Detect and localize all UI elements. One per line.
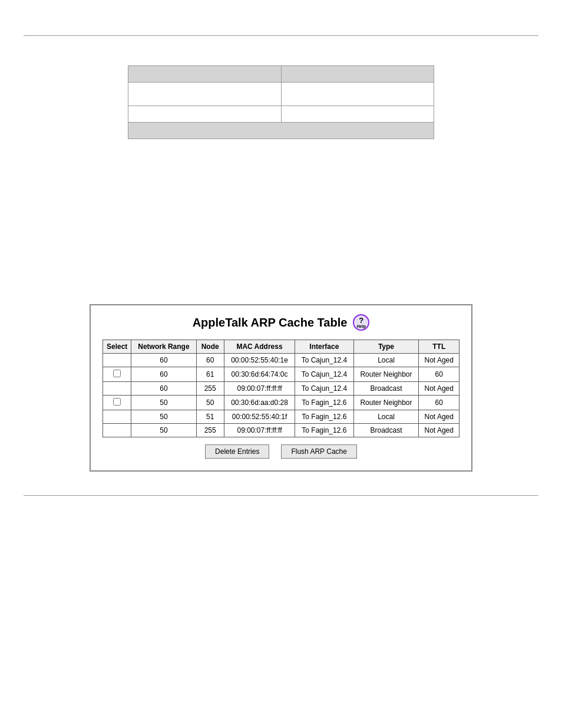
table-row: 606100:30:6d:64:74:0cTo Cajun_12.4Router… [103, 367, 459, 382]
page-wrapper: AppleTalk ARP Cache Table ? Help Select … [0, 35, 562, 728]
network-range-cell-4: 50 [131, 410, 196, 424]
arp-container: AppleTalk ARP Cache Table ? Help Select … [90, 304, 472, 472]
small-table-row1-col2 [281, 83, 434, 106]
mac-address-cell-4: 00:00:52:55:40:1f [224, 410, 295, 424]
type-cell-5: Broadcast [353, 424, 419, 437]
mac-address-cell-1: 00:30:6d:64:74:0c [224, 367, 295, 382]
mac-address-cell-3: 00:30:6d:aa:d0:28 [224, 396, 295, 410]
table-row: 606000:00:52:55:40:1eTo Cajun_12.4LocalN… [103, 354, 459, 367]
ttl-cell-4: Not Aged [419, 410, 459, 424]
table-row: 5025509:00:07:ff:ff:ffTo Fagin_12.6Broad… [103, 424, 459, 437]
network-range-cell-5: 50 [131, 424, 196, 437]
small-table-row2-col1 [128, 106, 282, 123]
table-row: 505000:30:6d:aa:d0:28To Fagin_12.6Router… [103, 396, 459, 410]
top-divider [24, 35, 538, 36]
select-cell-2 [103, 382, 131, 396]
col-header-type: Type [353, 340, 419, 354]
type-cell-2: Broadcast [353, 382, 419, 396]
ttl-cell-0: Not Aged [419, 354, 459, 367]
col-header-ttl: TTL [419, 340, 459, 354]
col-header-mac: MAC Address [224, 340, 295, 354]
select-cell-4 [103, 410, 131, 424]
type-cell-4: Local [353, 410, 419, 424]
type-cell-3: Router Neighbor [353, 396, 419, 410]
interface-cell-2: To Cajun_12.4 [295, 382, 353, 396]
type-cell-1: Router Neighbor [353, 367, 419, 382]
node-cell-0: 60 [196, 354, 224, 367]
ttl-cell-1: 60 [419, 367, 459, 382]
help-question-mark: ? [359, 317, 363, 324]
table-row: 505100:00:52:55:40:1fTo Fagin_12.6LocalN… [103, 410, 459, 424]
row-checkbox-1[interactable] [113, 370, 121, 377]
upper-section [0, 65, 562, 139]
delete-entries-button[interactable]: Delete Entries [205, 444, 269, 459]
arp-table-title: AppleTalk ARP Cache Table [193, 316, 348, 330]
small-table-row2-col2 [281, 106, 434, 123]
select-cell-0 [103, 354, 131, 367]
select-cell-5 [103, 424, 131, 437]
table-row: 6025509:00:07:ff:ff:ffTo Cajun_12.4Broad… [103, 382, 459, 396]
small-table-footer [128, 123, 434, 139]
interface-cell-5: To Fagin_12.6 [295, 424, 353, 437]
bottom-divider [24, 495, 538, 496]
interface-cell-1: To Cajun_12.4 [295, 367, 353, 382]
mac-address-cell-2: 09:00:07:ff:ff:ff [224, 382, 295, 396]
node-cell-4: 51 [196, 410, 224, 424]
network-range-cell-0: 60 [131, 354, 196, 367]
network-range-cell-1: 60 [131, 367, 196, 382]
mac-address-cell-5: 09:00:07:ff:ff:ff [224, 424, 295, 437]
col-header-interface: Interface [295, 340, 353, 354]
small-table-row1-col1 [128, 83, 282, 106]
interface-cell-0: To Cajun_12.4 [295, 354, 353, 367]
mac-address-cell-0: 00:00:52:55:40:1e [224, 354, 295, 367]
interface-cell-4: To Fagin_12.6 [295, 410, 353, 424]
small-table-header-col1 [128, 66, 282, 83]
node-cell-2: 255 [196, 382, 224, 396]
type-cell-0: Local [353, 354, 419, 367]
flush-arp-cache-button[interactable]: Flush ARP Cache [281, 444, 357, 459]
help-label: Help [357, 324, 366, 328]
row-checkbox-3[interactable] [113, 398, 121, 406]
network-range-cell-3: 50 [131, 396, 196, 410]
network-range-cell-2: 60 [131, 382, 196, 396]
small-table-header-col2 [281, 66, 434, 83]
ttl-cell-3: 60 [419, 396, 459, 410]
button-row: Delete Entries Flush ARP Cache [103, 444, 459, 459]
arp-table: Select Network Range Node MAC Address In… [103, 340, 459, 437]
node-cell-3: 50 [196, 396, 224, 410]
node-cell-1: 61 [196, 367, 224, 382]
ttl-cell-2: Not Aged [419, 382, 459, 396]
col-header-node: Node [196, 340, 224, 354]
arp-title-row: AppleTalk ARP Cache Table ? Help [103, 314, 459, 331]
interface-cell-3: To Fagin_12.6 [295, 396, 353, 410]
main-section: AppleTalk ARP Cache Table ? Help Select … [0, 304, 562, 472]
node-cell-5: 255 [196, 424, 224, 437]
col-header-select: Select [103, 340, 131, 354]
help-icon[interactable]: ? Help [353, 314, 369, 331]
select-cell-1[interactable] [103, 367, 131, 382]
col-header-network-range: Network Range [131, 340, 196, 354]
small-table [128, 65, 434, 139]
select-cell-3[interactable] [103, 396, 131, 410]
ttl-cell-5: Not Aged [419, 424, 459, 437]
